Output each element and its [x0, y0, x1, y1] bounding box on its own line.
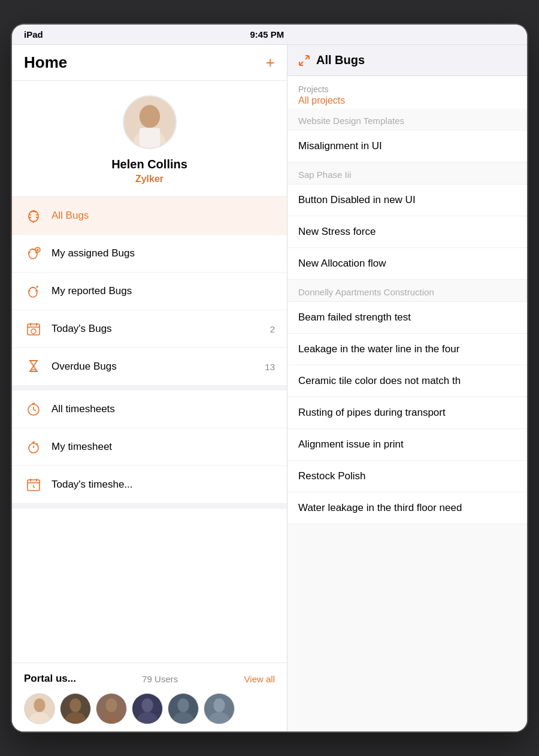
user-avatar-4[interactable] — [132, 693, 163, 724]
stopwatch-icon — [24, 437, 43, 456]
bug-reported-icon — [24, 282, 43, 301]
svg-line-40 — [34, 487, 35, 488]
section-header-text: Sap Phase Iii — [298, 170, 351, 180]
avatar — [123, 95, 177, 149]
svg-point-57 — [213, 698, 225, 712]
nav-item-reported-bugs[interactable]: My reported Bugs — [12, 273, 287, 310]
svg-line-18 — [28, 291, 31, 291]
status-time: 9:45 PM — [250, 29, 284, 40]
bug-item[interactable]: Alignment issue in print — [287, 429, 527, 461]
portal-section: Portal us... 79 Users View all — [12, 663, 287, 731]
nav-label-reported-bugs: My reported Bugs — [52, 285, 275, 297]
content-area: Home + Helen Collins Zylker — [12, 45, 527, 731]
section-header: Website Design Templates — [287, 108, 527, 131]
bug-list-container: Website Design TemplatesMisalignment in … — [287, 108, 527, 524]
svg-rect-20 — [28, 324, 40, 335]
right-header: All Bugs — [287, 45, 527, 76]
svg-point-51 — [141, 698, 153, 712]
bug-item[interactable]: New Stress force — [287, 216, 527, 248]
bug-item-text: Alignment issue in print — [298, 439, 404, 450]
bug-icon — [24, 206, 43, 225]
svg-line-19 — [35, 291, 38, 291]
expand-icon[interactable] — [298, 55, 310, 66]
section-header-text: Website Design Templates — [298, 116, 404, 126]
nav-item-assigned-bugs[interactable]: My assigned Bugs — [12, 235, 287, 273]
bug-item-text: Ceramic tile color does not match th — [298, 375, 461, 386]
left-panel: Home + Helen Collins Zylker — [12, 45, 287, 731]
portal-view-all-button[interactable]: View all — [244, 674, 275, 684]
bug-item-text: New Allocation flow — [298, 258, 386, 269]
svg-rect-3 — [139, 128, 159, 148]
projects-header: Projects All projects — [287, 76, 527, 108]
bug-item[interactable]: New Allocation flow — [287, 248, 527, 280]
right-panel: All Bugs Projects All projects Website D… — [287, 45, 527, 731]
section-divider-2 — [12, 504, 287, 509]
svg-point-24 — [31, 329, 36, 334]
svg-line-29 — [34, 410, 36, 411]
nav-item-my-timesheet[interactable]: My timesheet — [12, 428, 287, 466]
profile-section: Helen Collins Zylker — [12, 81, 287, 197]
section-divider-1 — [12, 386, 287, 391]
bug-item[interactable]: Beam failed strength test — [287, 302, 527, 334]
profile-org: Zylker — [135, 174, 163, 185]
user-avatar-6[interactable] — [204, 693, 235, 724]
bug-item[interactable]: Ceramic tile color does not match th — [287, 365, 527, 397]
nav-item-all-bugs[interactable]: All Bugs — [12, 197, 287, 235]
nav-bugs-section: All Bugs M — [12, 197, 287, 386]
nav-item-todays-bugs[interactable]: Today's Bugs 2 — [12, 310, 287, 348]
bug-item-text: Restock Polish — [298, 470, 365, 482]
user-avatar-2[interactable] — [60, 693, 91, 724]
bug-item-text: Button Disabled in new UI — [298, 194, 416, 205]
nav-label-todays-timesheet: Today's timeshe... — [52, 479, 275, 491]
profile-name: Helen Collins — [111, 158, 187, 171]
bug-item[interactable]: Button Disabled in new UI — [287, 185, 527, 216]
nav-label-todays-bugs: Today's Bugs — [52, 323, 270, 335]
user-avatar-1[interactable] — [24, 693, 55, 724]
bug-assigned-icon — [24, 244, 43, 263]
user-avatar-5[interactable] — [168, 693, 199, 724]
svg-line-6 — [29, 214, 31, 215]
bug-item[interactable]: Leakage in the water line in the four — [287, 334, 527, 365]
nav-label-all-timesheets: All timesheets — [52, 403, 275, 415]
calendar-bug-icon — [24, 319, 43, 338]
nav-item-todays-timesheet[interactable]: Today's timeshe... — [12, 466, 287, 504]
bug-item-text: Misalignment in UI — [298, 140, 382, 152]
todays-bugs-badge: 2 — [270, 324, 275, 334]
device-name: iPad — [24, 29, 43, 40]
overdue-bugs-badge: 13 — [265, 362, 275, 372]
svg-line-12 — [28, 252, 31, 253]
right-header-title: All Bugs — [316, 53, 365, 67]
add-button[interactable]: + — [266, 53, 275, 72]
nav-label-my-timesheet: My timesheet — [52, 441, 275, 453]
hourglass-icon — [24, 357, 43, 376]
home-title: Home — [24, 53, 67, 72]
projects-value[interactable]: All projects — [298, 95, 516, 106]
device-frame: iPad 9:45 PM Home + — [12, 25, 527, 731]
nav-item-overdue-bugs[interactable]: Overdue Bugs 13 — [12, 348, 287, 386]
section-header: Sap Phase Iii — [287, 162, 527, 185]
calendar-clock-icon — [24, 475, 43, 494]
svg-point-42 — [34, 698, 45, 712]
svg-point-4 — [29, 211, 38, 222]
portal-users-count: 79 Users — [142, 674, 178, 684]
bug-item-text: New Stress force — [298, 226, 376, 237]
bug-item[interactable]: Misalignment in UI — [287, 131, 527, 162]
bug-item[interactable]: Water leakage in the third floor need — [287, 492, 527, 524]
bug-item-text: Rusting of pipes during transport — [298, 407, 446, 418]
svg-line-7 — [36, 214, 38, 215]
nav-timesheet-section: All timesheets My timesheet — [12, 391, 287, 504]
svg-point-1 — [139, 105, 159, 128]
nav-label-assigned-bugs: My assigned Bugs — [52, 247, 275, 259]
nav-label-overdue-bugs: Overdue Bugs — [52, 361, 265, 373]
bug-item[interactable]: Rusting of pipes during transport — [287, 397, 527, 429]
svg-point-48 — [105, 698, 117, 712]
user-avatar-3[interactable] — [96, 693, 127, 724]
bug-item[interactable]: Restock Polish — [287, 461, 527, 492]
svg-point-17 — [29, 288, 37, 297]
nav-item-all-timesheets[interactable]: All timesheets — [12, 391, 287, 428]
clock-icon — [24, 400, 43, 419]
bug-item-text: Water leakage in the third floor need — [298, 502, 462, 513]
portal-avatars — [24, 693, 275, 724]
section-header: Donnelly Apartments Construction — [287, 280, 527, 302]
left-header: Home + — [12, 45, 287, 81]
